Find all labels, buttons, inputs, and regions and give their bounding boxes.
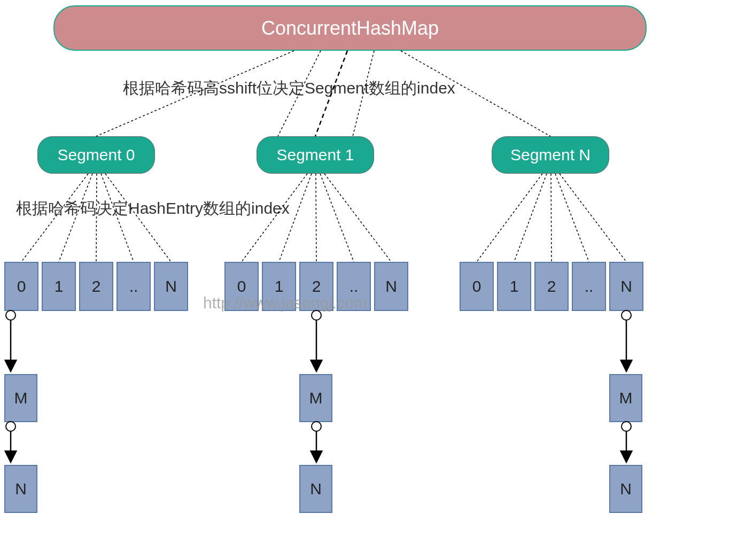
segment-0-label: Segment 0 (57, 146, 135, 164)
watermark: http://www.jasongj.com (203, 294, 367, 312)
chain-node-g1-m: M (299, 374, 332, 422)
svg-line-12 (316, 174, 316, 262)
svg-point-28 (622, 310, 631, 320)
svg-line-16 (514, 174, 547, 262)
array-cell: 0 (460, 262, 494, 311)
svg-line-14 (324, 174, 391, 262)
svg-line-17 (551, 174, 552, 262)
svg-line-13 (320, 174, 354, 262)
svg-line-18 (555, 174, 589, 262)
svg-line-19 (560, 174, 626, 262)
svg-point-22 (6, 422, 15, 431)
array-cell: 0 (4, 262, 38, 311)
entry-index-label: 根据哈希码决定HashEntry数组的index (16, 198, 290, 220)
array-cell: N (374, 262, 408, 311)
root-node: ConcurrentHashMap (53, 5, 647, 51)
svg-point-26 (312, 422, 321, 431)
chain-node-g2-n: N (609, 465, 642, 513)
array-cell: 2 (534, 262, 569, 311)
array-cell: 1 (497, 262, 531, 311)
array-group-0: 0 1 2 .. N (4, 262, 188, 311)
segment-n: Segment N (492, 136, 609, 174)
segment-n-label: Segment N (510, 146, 591, 164)
chain-node-g0-n: N (4, 465, 37, 513)
array-cell: N (154, 262, 188, 311)
chain-node-g1-n: N (299, 465, 332, 513)
chain-node-g0-m: M (4, 374, 37, 422)
segment-1: Segment 1 (257, 136, 374, 174)
array-cell: .. (572, 262, 606, 311)
array-cell: N (609, 262, 643, 311)
segment-0: Segment 0 (37, 136, 155, 174)
array-cell: 2 (79, 262, 113, 311)
segment-index-label: 根据哈希码高sshift位决定Segment数组的index (123, 77, 455, 99)
svg-point-30 (622, 422, 631, 431)
root-title: ConcurrentHashMap (261, 17, 439, 40)
array-cell: 1 (42, 262, 76, 311)
svg-line-15 (477, 174, 542, 262)
svg-point-20 (6, 310, 15, 320)
segment-1-label: Segment 1 (276, 146, 354, 164)
array-cell: .. (117, 262, 151, 311)
chain-node-g2-m: M (609, 374, 642, 422)
array-group-2: 0 1 2 .. N (460, 262, 643, 311)
